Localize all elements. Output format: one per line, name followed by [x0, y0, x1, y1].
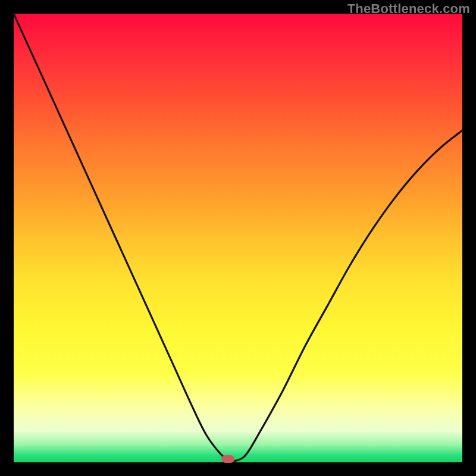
curve-path — [14, 14, 462, 461]
optimum-marker — [221, 455, 234, 463]
plot-area — [14, 14, 462, 462]
bottleneck-curve — [14, 14, 462, 462]
